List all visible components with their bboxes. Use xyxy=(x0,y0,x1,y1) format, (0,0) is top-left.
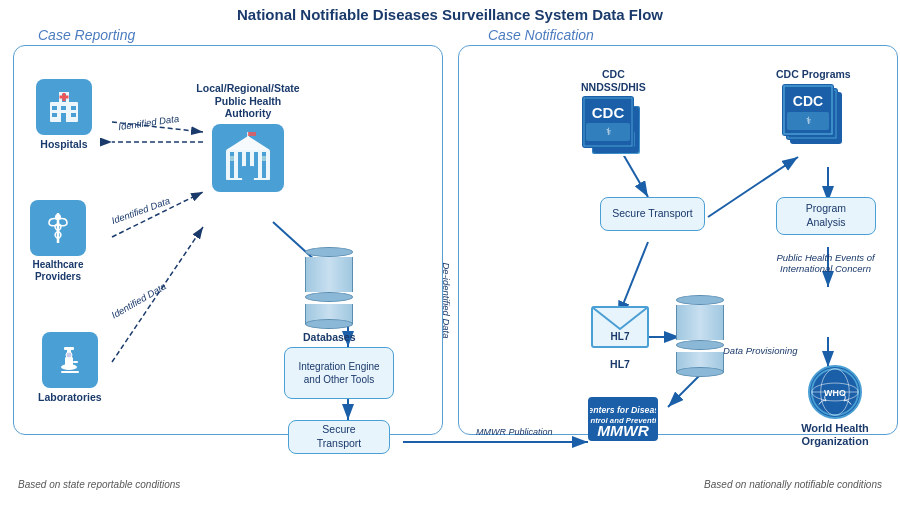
node-mmwr: Centers for Disease Control and Preventi… xyxy=(588,397,658,441)
public-health-label: Local/Regional/StatePublic Health Author… xyxy=(196,82,299,120)
node-cdc-nndss: CDCNNDSS/DHIS CDC ●●● CDC xyxy=(581,65,646,158)
svg-rect-28 xyxy=(61,113,66,122)
node-secure-transport-right: Secure Transport xyxy=(600,197,705,231)
arrow-label-provisioning: Data Provisioning xyxy=(723,345,797,356)
cdc-nndss-top-label: CDCNNDSS/DHIS xyxy=(581,68,646,93)
databases-label: Databases xyxy=(303,331,356,344)
integration-engine-label: Integration Engine and Other Tools xyxy=(295,360,383,386)
integration-engine-box: Integration Engine and Other Tools xyxy=(284,347,394,399)
svg-rect-24 xyxy=(52,106,57,110)
svg-text:HL7: HL7 xyxy=(611,331,630,342)
svg-text:WHO: WHO xyxy=(824,388,846,398)
node-public-health: Local/Regional/StatePublic Health Author… xyxy=(198,79,298,192)
node-program-analysis: Program Analysis xyxy=(776,197,876,235)
node-healthcare: HealthcareProviders xyxy=(30,200,86,283)
labs-label: Laboratories xyxy=(38,391,102,404)
cdc-programs-top-label: CDC Programs xyxy=(776,68,851,81)
svg-rect-44 xyxy=(230,152,234,178)
secure-transport-right-box: Secure Transport xyxy=(600,197,705,231)
svg-rect-53 xyxy=(248,132,256,136)
main-container: National Notifiable Diseases Surveillanc… xyxy=(0,0,900,508)
node-public-health-events: Public Health Events of International Co… xyxy=(763,249,888,275)
cdc-programs-logo-front: CDC ⚕ xyxy=(782,84,834,136)
page-title: National Notifiable Diseases Surveillanc… xyxy=(8,6,892,23)
node-databases: Databases xyxy=(303,247,356,344)
svg-rect-47 xyxy=(254,152,258,178)
public-health-events-label: Public Health Events of International Co… xyxy=(763,252,888,275)
secure-transport-left-label: Secure Transport xyxy=(299,423,379,450)
svg-point-33 xyxy=(55,214,61,220)
svg-rect-45 xyxy=(238,152,242,178)
who-logo: WHO xyxy=(808,365,862,419)
svg-text:CDC: CDC xyxy=(793,93,823,109)
bottom-note-left: Based on state reportable conditions xyxy=(18,479,180,490)
healthcare-icon xyxy=(30,200,86,256)
svg-rect-41 xyxy=(73,361,78,363)
program-analysis-box: Program Analysis xyxy=(776,197,876,235)
cdc-logo-front: CDC ⚕ xyxy=(582,96,634,148)
hospitals-icon xyxy=(36,79,92,135)
svg-rect-27 xyxy=(52,113,57,117)
section-label-right: Case Notification xyxy=(488,27,594,43)
svg-rect-49 xyxy=(242,166,254,180)
node-laboratories: Laboratories xyxy=(38,332,102,404)
hl7-label: HL7 xyxy=(610,358,630,371)
svg-rect-25 xyxy=(61,106,66,110)
section-label-left: Case Reporting xyxy=(38,27,135,43)
svg-rect-48 xyxy=(262,152,266,178)
node-who: WHO World Health Organization xyxy=(778,365,892,448)
labs-icon xyxy=(42,332,98,388)
svg-text:⚕: ⚕ xyxy=(606,126,611,137)
svg-rect-40 xyxy=(61,371,79,373)
node-hospitals: Hospitals xyxy=(36,79,92,151)
node-cdc-programs: CDC Programs CDC CDC xyxy=(776,65,851,146)
svg-text:Centers for Disease: Centers for Disease xyxy=(590,405,656,415)
cdc-nndss-logo-stack: CDC ●●● CDC ⚕ xyxy=(582,96,644,158)
svg-marker-43 xyxy=(226,136,270,150)
data-store-icon xyxy=(676,295,724,377)
program-analysis-label: Program Analysis xyxy=(787,202,865,229)
cdc-programs-logo-stack: CDC CDC CDC ⚕ xyxy=(782,84,844,146)
svg-rect-50 xyxy=(230,156,234,161)
bottom-note-right: Based on nationally notifiable condition… xyxy=(704,479,882,490)
svg-text:⚕: ⚕ xyxy=(806,115,811,126)
node-hl7: HL7 HL7 xyxy=(590,305,650,371)
secure-transport-right-label: Secure Transport xyxy=(612,207,693,221)
bottom-notes: Based on state reportable conditions Bas… xyxy=(8,479,892,490)
hospitals-label: Hospitals xyxy=(40,138,87,151)
mmwr-logo: Centers for Disease Control and Preventi… xyxy=(588,397,658,441)
healthcare-label: HealthcareProviders xyxy=(32,259,83,283)
node-data-store xyxy=(676,295,724,377)
public-health-icon xyxy=(212,124,284,192)
arrow-label-deidentified: De-identified Data xyxy=(441,263,452,339)
secure-transport-left-box: Secure Transport xyxy=(288,420,390,454)
node-integration-engine: Integration Engine and Other Tools xyxy=(284,347,394,399)
hl7-icon: HL7 xyxy=(590,305,650,355)
svg-rect-29 xyxy=(71,113,76,117)
svg-text:MMWR: MMWR xyxy=(597,422,649,439)
svg-rect-38 xyxy=(65,357,73,369)
svg-rect-35 xyxy=(64,347,74,350)
svg-rect-51 xyxy=(262,156,266,161)
svg-rect-31 xyxy=(60,96,69,99)
svg-text:CDC: CDC xyxy=(592,104,625,121)
node-secure-transport-left: Secure Transport xyxy=(288,420,390,454)
svg-point-39 xyxy=(66,352,72,358)
databases-icon xyxy=(305,247,353,329)
who-label: World Health Organization xyxy=(778,422,892,448)
svg-rect-26 xyxy=(71,106,76,110)
